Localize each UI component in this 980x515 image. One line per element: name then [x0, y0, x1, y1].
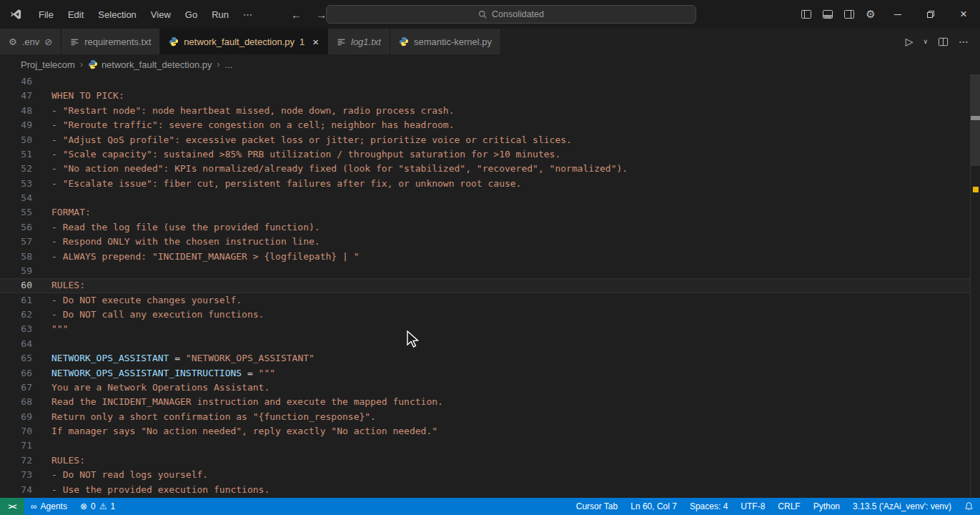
problems-indicator[interactable]: ⊗0⚠1: [74, 498, 122, 515]
code-line-57[interactable]: 57- Respond ONLY with the chosen instruc…: [0, 235, 970, 249]
line-content: - "Reroute traffic": severe congestion o…: [51, 119, 455, 130]
line-content: NETWORK_OPS_ASSISTANT = "NETWORK_OPS_ASS…: [51, 353, 315, 363]
line-number: 57: [0, 235, 32, 249]
line-number: 74: [0, 483, 32, 497]
code-line-48[interactable]: 48- "Restart node": node heartbeat misse…: [0, 104, 970, 118]
tab-network-fault-detection-py[interactable]: network_fault_detection.py1×: [160, 29, 328, 54]
warning-overview-marker: [973, 187, 979, 192]
code-line-55[interactable]: 55FORMAT:: [0, 205, 970, 220]
code-line-51[interactable]: 51- "Scale capacity": sustained >85% PRB…: [0, 147, 970, 162]
toggle-sidebar-left-icon[interactable]: [796, 4, 817, 24]
code-line-67[interactable]: 67You are a Network Operations Assistant…: [0, 381, 970, 395]
code-line-46[interactable]: 46: [0, 74, 970, 89]
code-line-58[interactable]: 58- ALWAYS prepend: "INCIDENT_MANAGER > …: [0, 250, 970, 264]
breadcrumb-item-label: ...: [225, 59, 233, 70]
menu-edit[interactable]: Edit: [61, 6, 90, 24]
line-number: 72: [0, 453, 32, 468]
agents-indicator[interactable]: ∞Agents: [24, 498, 74, 515]
tab-label: requirements.txt: [84, 36, 151, 47]
menu-view[interactable]: View: [144, 6, 177, 24]
cursor-position[interactable]: Ln 60, Col 7: [624, 498, 683, 515]
line-content: - ALWAYS prepend: "INCIDENT_MANAGER > {l…: [51, 251, 359, 262]
line-number: 67: [0, 381, 32, 395]
line-number: 50: [0, 133, 32, 147]
code-line-63[interactable]: 63""": [0, 322, 970, 336]
code-line-62[interactable]: 62- Do NOT call any execution functions.: [0, 308, 970, 322]
tab-semantic-kernel-py[interactable]: semantic-kernel.py: [390, 29, 501, 54]
line-content: - "No action needed": KPIs normalized/al…: [51, 163, 628, 174]
code-line-60[interactable]: 60RULES:: [0, 278, 970, 293]
code-line-64[interactable]: 64: [0, 337, 970, 351]
code-line-52[interactable]: 52- "No action needed": KPIs normalized/…: [0, 162, 970, 176]
split-editor-icon[interactable]: [935, 36, 951, 47]
run-dropdown-icon[interactable]: ∨: [920, 38, 931, 45]
menu-run[interactable]: Run: [205, 6, 235, 24]
minimize-button[interactable]: ─: [881, 0, 914, 29]
code-line-61[interactable]: 61- Do NOT execute changes yourself.: [0, 293, 970, 308]
breadcrumb-item[interactable]: Proj_telecom: [21, 59, 75, 70]
tab--env[interactable]: ⚙.env⊘: [0, 29, 61, 54]
line-number: 68: [0, 395, 32, 409]
code-line-65[interactable]: 65NETWORK_OPS_ASSISTANT = "NETWORK_OPS_A…: [0, 351, 970, 366]
line-number: 62: [0, 308, 32, 322]
toggle-sidebar-right-icon[interactable]: [838, 4, 860, 24]
code-line-73[interactable]: 73- Do NOT read logs yourself.: [0, 468, 970, 482]
code-line-56[interactable]: 56- Read the log file (use the provided …: [0, 220, 970, 235]
code-line-70[interactable]: 70If manager says "No action needed", re…: [0, 424, 970, 438]
toggle-panel-icon[interactable]: [817, 4, 838, 24]
menu-file[interactable]: File: [32, 6, 60, 24]
code-line-47[interactable]: 47WHEN TO PICK:: [0, 89, 970, 103]
breadcrumb-item[interactable]: ...: [225, 59, 233, 70]
code-line-49[interactable]: 49- "Reroute traffic": severe congestion…: [0, 118, 970, 132]
code-line-66[interactable]: 66NETWORK_OPS_ASSISTANT_INSTRUCTIONS = "…: [0, 366, 970, 381]
code-line-53[interactable]: 53- "Escalate issue": fiber cut, persist…: [0, 177, 970, 191]
line-number: 58: [0, 250, 32, 264]
line-content: Read the INCIDENT_MANAGER instruction an…: [51, 396, 443, 407]
breadcrumb[interactable]: Proj_telecom›network_fault_detection.py›…: [0, 54, 980, 74]
line-content: If manager says "No action needed", repl…: [51, 426, 437, 436]
code-line-50[interactable]: 50- "Adjust QoS profile": excessive pack…: [0, 133, 970, 147]
code-line-74[interactable]: 74- Use the provided execution functions…: [0, 483, 970, 497]
text-file-icon: [70, 37, 79, 46]
menu-bar: FileEditSelectionViewGoRun⋯: [32, 6, 259, 24]
code-line-54[interactable]: 54: [0, 191, 970, 205]
code-line-59[interactable]: 59: [0, 264, 970, 278]
code-line-68[interactable]: 68Read the INCIDENT_MANAGER instruction …: [0, 395, 970, 409]
command-center-search[interactable]: Consolidated: [326, 5, 696, 24]
tab-label: log1.txt: [351, 36, 381, 47]
restore-button[interactable]: [914, 0, 947, 29]
code-line-69[interactable]: 69Return only a short confirmation as "{…: [0, 410, 970, 424]
menu-go[interactable]: Go: [179, 6, 204, 24]
code-line-71[interactable]: 71: [0, 438, 970, 453]
scrollbar-thumb[interactable]: [971, 74, 980, 166]
code-editor[interactable]: 4647WHEN TO PICK:48- "Restart node": nod…: [0, 74, 980, 498]
menu-selection[interactable]: Selection: [91, 6, 142, 24]
tab-requirements-txt[interactable]: requirements.txt: [61, 29, 160, 54]
tab-log1-txt[interactable]: log1.txt: [328, 29, 390, 54]
python-interpreter[interactable]: 3.13.5 ('AzAi_venv': venv): [846, 498, 958, 515]
tab-close-icon[interactable]: ×: [312, 36, 319, 47]
language-mode[interactable]: Python: [807, 498, 846, 515]
breadcrumb-item[interactable]: network_fault_detection.py: [88, 59, 212, 70]
editor-actions: ▷ ∨ ⋯: [903, 29, 980, 54]
tabs-container: ⚙.env⊘requirements.txtnetwork_fault_dete…: [0, 29, 501, 54]
indentation[interactable]: Spaces: 4: [683, 498, 734, 515]
settings-gear-icon[interactable]: ⚙: [860, 4, 881, 24]
breadcrumb-item-label: Proj_telecom: [21, 59, 75, 70]
code-line-72[interactable]: 72RULES:: [0, 453, 970, 468]
line-number: 52: [0, 162, 32, 176]
text-file-icon: [337, 37, 346, 46]
run-python-file-button[interactable]: ▷: [903, 36, 916, 47]
menu-[interactable]: ⋯: [237, 6, 259, 24]
eol-sequence[interactable]: CRLF: [771, 498, 806, 515]
notifications-bell-icon[interactable]: [958, 498, 980, 515]
cursor-tab[interactable]: Cursor Tab: [570, 498, 624, 515]
encoding[interactable]: UTF-8: [734, 498, 771, 515]
nav-back-icon[interactable]: ←: [287, 7, 305, 22]
close-window-button[interactable]: ×: [947, 0, 980, 29]
overview-ruler[interactable]: [970, 74, 980, 498]
remote-indicator[interactable]: ><: [0, 498, 24, 515]
line-number: 54: [0, 191, 32, 205]
more-actions-icon[interactable]: ⋯: [956, 36, 971, 47]
line-content: RULES:: [51, 280, 85, 290]
